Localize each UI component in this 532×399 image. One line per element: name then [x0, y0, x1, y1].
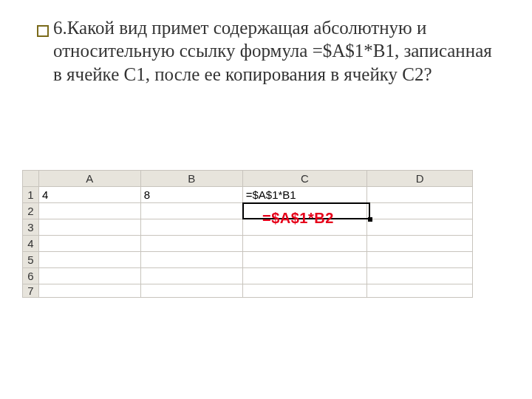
- row-header-7[interactable]: 7: [23, 284, 39, 298]
- header-row: A B C D: [23, 171, 473, 187]
- corner-cell: [23, 171, 39, 187]
- table-row: 6: [23, 268, 473, 284]
- question-text: 6.Какой вид примет содержащая абсолютную…: [53, 16, 502, 86]
- row-header-4[interactable]: 4: [23, 236, 39, 252]
- cell-A7[interactable]: [38, 284, 140, 298]
- cell-B4[interactable]: [140, 236, 242, 252]
- bullet-icon: [37, 25, 49, 37]
- cell-B6[interactable]: [140, 268, 242, 284]
- cell-D5[interactable]: [367, 252, 473, 268]
- table-row: 2: [23, 203, 473, 219]
- table-row: 4: [23, 236, 473, 252]
- cell-B5[interactable]: [140, 252, 242, 268]
- table-row: 7: [23, 284, 473, 298]
- cell-C5[interactable]: [242, 252, 366, 268]
- cell-D4[interactable]: [367, 236, 473, 252]
- cell-C4[interactable]: [242, 236, 366, 252]
- spreadsheet: A B C D 1 4 8 =$A$1*B1 2 3: [22, 170, 473, 298]
- fill-handle-icon[interactable]: [368, 217, 372, 222]
- cell-A4[interactable]: [38, 236, 140, 252]
- cell-A3[interactable]: [38, 219, 140, 236]
- cell-B3[interactable]: [140, 219, 242, 236]
- cell-B1[interactable]: 8: [140, 187, 242, 203]
- cell-C7[interactable]: [242, 284, 366, 298]
- cell-B2[interactable]: [140, 203, 242, 219]
- table-row: 1 4 8 =$A$1*B1: [23, 187, 473, 203]
- cell-D6[interactable]: [367, 268, 473, 284]
- table-row: 5: [23, 252, 473, 268]
- cell-C6[interactable]: [242, 268, 366, 284]
- col-header-D[interactable]: D: [367, 171, 473, 187]
- cell-A1[interactable]: 4: [38, 187, 140, 203]
- col-header-A[interactable]: A: [38, 171, 140, 187]
- row-header-5[interactable]: 5: [23, 252, 39, 268]
- table-row: 3: [23, 219, 473, 236]
- cell-B7[interactable]: [140, 284, 242, 298]
- cell-D3[interactable]: [367, 219, 473, 236]
- cell-D2[interactable]: [367, 203, 473, 219]
- row-header-2[interactable]: 2: [23, 203, 39, 219]
- row-header-6[interactable]: 6: [23, 268, 39, 284]
- answer-overlay: =$A$1*B2: [262, 210, 334, 227]
- cell-D7[interactable]: [367, 284, 473, 298]
- cell-A5[interactable]: [38, 252, 140, 268]
- cell-A2[interactable]: [38, 203, 140, 219]
- col-header-C[interactable]: C: [242, 171, 366, 187]
- col-header-B[interactable]: B: [140, 171, 242, 187]
- cell-C1[interactable]: =$A$1*B1: [242, 187, 366, 203]
- row-header-3[interactable]: 3: [23, 219, 39, 236]
- row-header-1[interactable]: 1: [23, 187, 39, 203]
- spreadsheet-table: A B C D 1 4 8 =$A$1*B1 2 3: [22, 170, 473, 298]
- cell-D1[interactable]: [367, 187, 473, 203]
- cell-A6[interactable]: [38, 268, 140, 284]
